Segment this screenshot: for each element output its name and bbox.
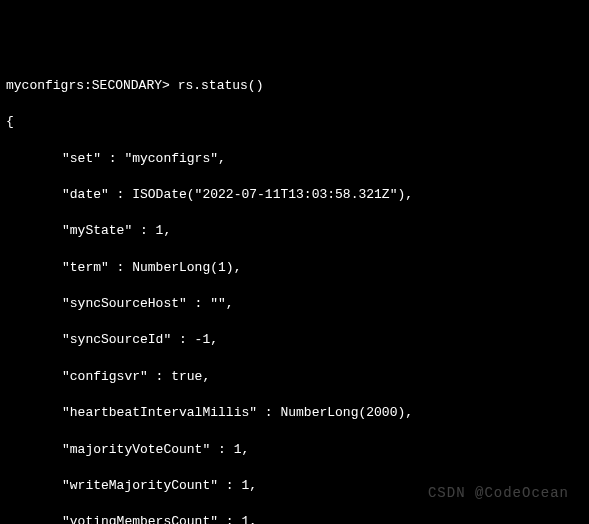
prompt-line: myconfigrs:SECONDARY> rs.status(): [6, 77, 583, 95]
field-heartbeat: "heartbeatIntervalMillis" : NumberLong(2…: [6, 404, 583, 422]
field-date: "date" : ISODate("2022-07-11T13:03:58.32…: [6, 186, 583, 204]
prompt: myconfigrs:SECONDARY>: [6, 78, 170, 93]
command[interactable]: rs.status(): [178, 78, 264, 93]
field-set: "set" : "myconfigrs",: [6, 150, 583, 168]
field-term: "term" : NumberLong(1),: [6, 259, 583, 277]
field-syncsourceid: "syncSourceId" : -1,: [6, 331, 583, 349]
open-brace: {: [6, 113, 583, 131]
field-majorityvote: "majorityVoteCount" : 1,: [6, 441, 583, 459]
field-mystate: "myState" : 1,: [6, 222, 583, 240]
field-configsvr: "configsvr" : true,: [6, 368, 583, 386]
field-votingmembers: "votingMembersCount" : 1,: [6, 513, 583, 524]
field-syncsourcehost: "syncSourceHost" : "",: [6, 295, 583, 313]
watermark: CSDN @CodeOcean: [428, 484, 569, 504]
